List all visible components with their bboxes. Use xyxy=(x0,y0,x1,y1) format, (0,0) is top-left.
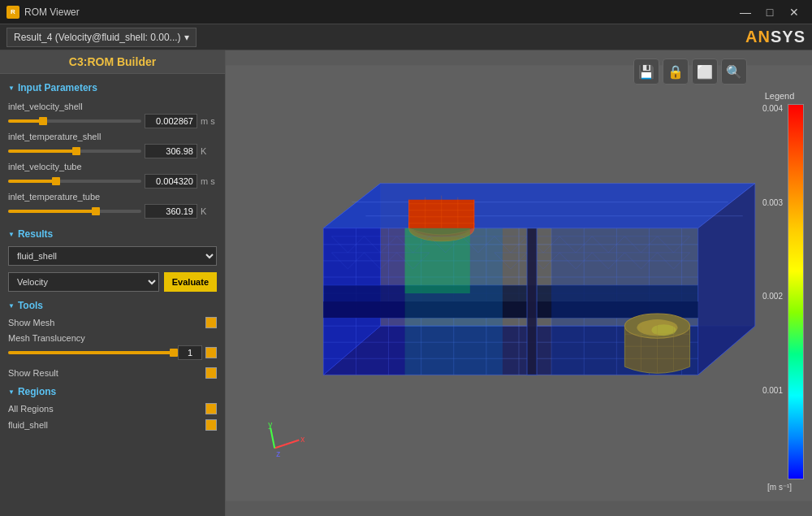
svg-marker-3 xyxy=(323,184,754,228)
tool-mesh-translucency: Mesh Translucency xyxy=(0,331,225,345)
section-label-regions: Regions xyxy=(18,386,56,397)
ansys-logo-sys: SYS xyxy=(771,28,806,46)
param-label-0: inlet_velocity_shell xyxy=(8,102,217,111)
section-results[interactable]: ▼ Results xyxy=(0,225,225,243)
toolbar: Result_4 (Velocity@fluid_shell: 0.00...)… xyxy=(0,24,812,50)
slider-1[interactable] xyxy=(8,150,141,153)
param-row-0: m s xyxy=(8,114,217,128)
show-result-toggle[interactable] xyxy=(205,367,217,379)
viewport-tools: 💾 🔒 ⬜ 🔍 xyxy=(633,59,747,85)
main-area: C3:ROM Builder ▼ Input Parameters inlet_… xyxy=(0,50,812,516)
legend-color-bar xyxy=(788,104,804,479)
legend-value-4: 0.004 xyxy=(762,104,783,113)
titlebar-left: R ROM Viewer xyxy=(6,6,80,19)
panel-title: C3:ROM Builder xyxy=(0,50,225,74)
legend-title: Legend xyxy=(755,91,804,101)
viewport-canvas: x y z xyxy=(226,50,812,516)
section-regions[interactable]: ▼ Regions xyxy=(0,383,225,401)
mesh-translucency-value: 1 xyxy=(178,345,202,360)
legend-bar-container: 0.004 0.003 0.002 0.001 xyxy=(762,104,804,479)
ansys-logo-an: AN xyxy=(745,28,771,46)
slider-0[interactable] xyxy=(8,119,141,123)
panel-scroll[interactable]: ▼ Input Parameters inlet_velocity_shell … xyxy=(0,74,225,516)
input-params-group: inlet_velocity_shell m s inlet_temperatu… xyxy=(0,97,225,223)
mesh-translucency-label: Mesh Translucency xyxy=(8,333,85,343)
close-button[interactable]: ✕ xyxy=(783,3,806,21)
dropdown-arrow-icon: ▾ xyxy=(184,32,189,43)
section-arrow-regions: ▼ xyxy=(8,388,15,396)
svg-rect-73 xyxy=(527,228,537,375)
show-mesh-label: Show Mesh xyxy=(8,318,54,327)
all-regions-label: All Regions xyxy=(8,404,54,414)
domain-select[interactable]: fluid_shell xyxy=(8,246,217,266)
param-row-1: K xyxy=(8,144,217,158)
legend: Legend 0.004 0.003 0.002 0.001 [m s⁻¹] xyxy=(755,91,804,492)
result-dropdown-value: Result_4 (Velocity@fluid_shell: 0.00...) xyxy=(14,32,181,43)
maximize-button[interactable]: □ xyxy=(758,3,781,21)
slider-3[interactable] xyxy=(8,210,141,213)
legend-value-1: 0.001 xyxy=(762,386,783,395)
mesh-translucency-slider[interactable] xyxy=(8,351,175,354)
app-icon: R xyxy=(6,6,19,19)
save-view-button[interactable]: 💾 xyxy=(633,59,659,85)
param-unit-2: m s xyxy=(201,176,217,186)
section-arrow-results: ▼ xyxy=(8,231,15,238)
fluid-shell-toggle[interactable] xyxy=(205,419,217,431)
legend-value-2: 0.002 xyxy=(762,292,783,301)
tool-show-result: Show Result xyxy=(0,365,225,381)
results-domain-row: fluid_shell xyxy=(0,243,225,269)
section-label-results: Results xyxy=(18,228,53,240)
section-tools[interactable]: ▼ Tools xyxy=(0,297,225,314)
svg-rect-49 xyxy=(323,228,404,375)
ansys-logo: ANSYS xyxy=(745,28,806,46)
section-label-tools: Tools xyxy=(18,300,43,311)
param-unit-0: m s xyxy=(201,116,217,126)
section-arrow-input: ▼ xyxy=(8,85,15,92)
titlebar-controls: — □ ✕ xyxy=(734,3,806,21)
section-label-input: Input Parameters xyxy=(18,82,97,93)
variable-select[interactable]: Velocity xyxy=(8,272,159,292)
svg-text:z: z xyxy=(276,449,280,458)
svg-text:x: x xyxy=(300,435,304,444)
param-row-3: K xyxy=(8,204,217,219)
legend-labels: 0.004 0.003 0.002 0.001 xyxy=(762,104,783,479)
all-regions-toggle[interactable] xyxy=(205,403,217,414)
legend-value-3: 0.003 xyxy=(762,198,783,207)
section-arrow-tools: ▼ xyxy=(8,302,15,310)
mesh-translucency-toggle[interactable] xyxy=(205,347,217,358)
lock-button[interactable]: 🔒 xyxy=(663,59,689,85)
left-panel: C3:ROM Builder ▼ Input Parameters inlet_… xyxy=(0,50,226,516)
mesh-translucency-row: 1 xyxy=(0,345,225,365)
view-button[interactable]: ⬜ xyxy=(692,59,718,85)
title-bar: R ROM Viewer — □ ✕ xyxy=(0,0,812,24)
param-label-3: inlet_temperature_tube xyxy=(8,192,217,202)
param-value-3[interactable] xyxy=(145,204,197,219)
param-value-1[interactable] xyxy=(145,144,197,158)
param-unit-3: K xyxy=(201,206,217,216)
region-all: All Regions xyxy=(0,401,225,417)
svg-text:y: y xyxy=(268,419,272,428)
param-label-2: inlet_velocity_tube xyxy=(8,162,217,171)
slider-2[interactable] xyxy=(8,180,141,183)
param-label-1: inlet_temperature_shell xyxy=(8,132,217,141)
show-mesh-toggle[interactable] xyxy=(205,317,217,328)
zoom-button[interactable]: 🔍 xyxy=(721,59,747,85)
param-row-2: m s xyxy=(8,174,217,189)
evaluate-button[interactable]: Evaluate xyxy=(164,272,217,292)
fluid-shell-label: fluid_shell xyxy=(8,420,48,430)
result-dropdown[interactable]: Result_4 (Velocity@fluid_shell: 0.00...)… xyxy=(6,28,197,47)
param-value-0[interactable] xyxy=(145,114,197,128)
param-value-2[interactable] xyxy=(145,174,197,189)
minimize-button[interactable]: — xyxy=(734,3,757,21)
tool-show-mesh: Show Mesh xyxy=(0,314,225,331)
window-title: ROM Viewer xyxy=(24,7,80,18)
legend-unit: [m s⁻¹] xyxy=(755,483,804,492)
section-input-parameters[interactable]: ▼ Input Parameters xyxy=(0,79,225,97)
show-result-label: Show Result xyxy=(8,368,58,378)
param-unit-1: K xyxy=(201,146,217,156)
results-variable-row: Velocity Evaluate xyxy=(0,269,225,295)
region-fluid-shell: fluid_shell xyxy=(0,417,225,433)
viewport[interactable]: x y z 💾 🔒 ⬜ 🔍 Legend 0.004 0.003 0.002 0… xyxy=(226,50,812,516)
